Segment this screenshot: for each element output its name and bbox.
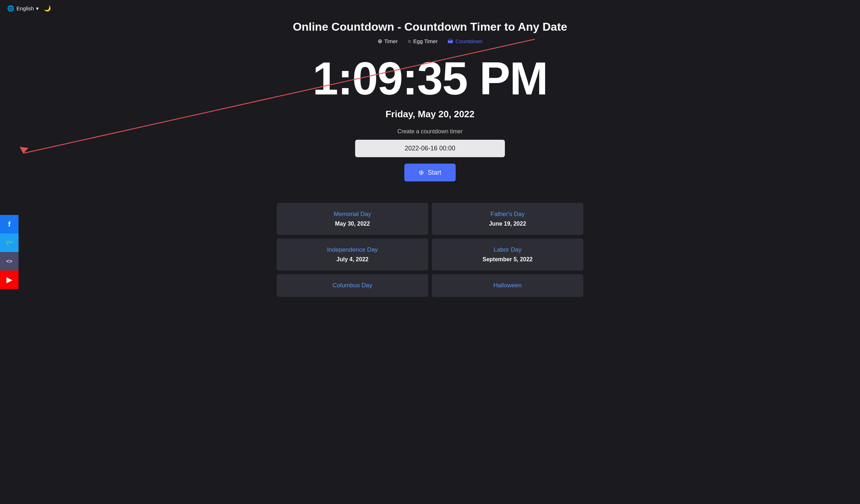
list-item[interactable]: Father's Day June 19, 2022 xyxy=(432,203,583,235)
top-bar: 🌐 English ▾ 🌙 xyxy=(0,0,860,17)
youtube-icon: ▶ xyxy=(6,275,12,284)
card-holiday-name: Memorial Day xyxy=(284,211,421,218)
list-item[interactable]: Columbus Day xyxy=(277,274,428,297)
tab-egg-timer-label: Egg Timer xyxy=(413,38,437,44)
clock-section: 1:09:35 PM Friday, May 20, 2022 Create a… xyxy=(0,45,860,189)
start-label: Start xyxy=(428,169,441,176)
card-holiday-date: June 19, 2022 xyxy=(439,221,576,227)
youtube-button[interactable]: ▶ xyxy=(0,271,19,289)
facebook-icon: f xyxy=(8,220,11,228)
egg-timer-icon: ○ xyxy=(408,38,411,45)
card-holiday-date: May 30, 2022 xyxy=(284,221,421,227)
page-header: Online Countdown - Countdown Timer to An… xyxy=(0,17,860,45)
card-holiday-date: July 4, 2022 xyxy=(284,256,421,263)
list-item[interactable]: Independence Day July 4, 2022 xyxy=(277,238,428,271)
twitter-button[interactable]: 🐦 xyxy=(0,233,19,252)
card-holiday-name: Halloween xyxy=(439,282,576,289)
start-button[interactable]: ⊕ Start xyxy=(404,164,455,181)
globe-icon: 🌐 xyxy=(7,5,14,12)
twitter-icon: 🐦 xyxy=(5,238,14,247)
dark-mode-button[interactable]: 🌙 xyxy=(44,5,51,12)
tab-timer-label: Timer xyxy=(384,38,398,44)
countdown-date-input[interactable] xyxy=(355,140,505,157)
card-holiday-name: Father's Day xyxy=(439,211,576,218)
start-icon: ⊕ xyxy=(419,169,424,176)
card-holiday-date: September 5, 2022 xyxy=(439,256,576,263)
holiday-cards-grid: Memorial Day May 30, 2022 Father's Day J… xyxy=(270,203,590,311)
page-title: Online Countdown - Countdown Timer to An… xyxy=(0,20,860,34)
tab-countdown-label: Countdown xyxy=(455,38,482,44)
countdown-icon: 🏔 xyxy=(447,38,453,45)
social-sidebar: f 🐦 <> ▶ xyxy=(0,215,19,289)
language-selector[interactable]: 🌐 English ▾ xyxy=(7,5,39,12)
clock-time: 1:09:35 PM xyxy=(7,55,853,102)
clock-date: Friday, May 20, 2022 xyxy=(7,109,853,120)
nav-tabs: ⊕ Timer ○ Egg Timer 🏔 Countdown xyxy=(0,38,860,45)
list-item[interactable]: Labor Day September 5, 2022 xyxy=(432,238,583,271)
tab-egg-timer[interactable]: ○ Egg Timer xyxy=(408,38,437,45)
facebook-button[interactable]: f xyxy=(0,215,19,233)
list-item[interactable]: Memorial Day May 30, 2022 xyxy=(277,203,428,235)
card-holiday-name: Independence Day xyxy=(284,246,421,253)
language-label: English xyxy=(16,5,34,11)
card-holiday-name: Labor Day xyxy=(439,246,576,253)
dropdown-arrow-icon: ▾ xyxy=(36,5,39,12)
list-item[interactable]: Halloween xyxy=(432,274,583,297)
countdown-label: Create a countdown timer xyxy=(7,128,853,135)
card-holiday-name: Columbus Day xyxy=(284,282,421,289)
embed-button[interactable]: <> xyxy=(0,252,19,271)
embed-icon: <> xyxy=(6,258,12,264)
tab-countdown[interactable]: 🏔 Countdown xyxy=(447,38,482,45)
timer-icon: ⊕ xyxy=(378,38,382,45)
tab-timer[interactable]: ⊕ Timer xyxy=(378,38,398,45)
